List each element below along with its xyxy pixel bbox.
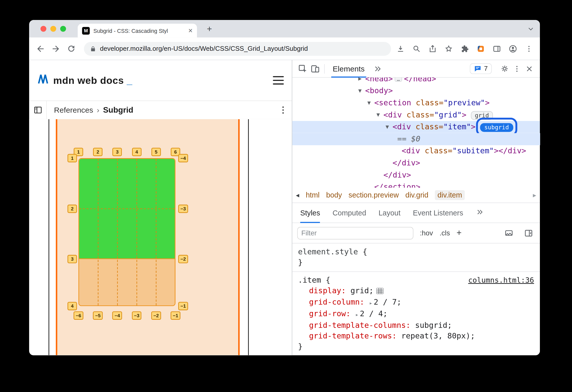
css-property-value[interactable]: subgrid; (415, 321, 452, 330)
css-property-value[interactable]: 2 / 7; (374, 298, 401, 307)
more-tabs-chevron-icon[interactable] (371, 62, 384, 75)
subgrid-badge[interactable]: subgrid (480, 123, 513, 132)
css-property-name[interactable]: grid-template-rows: (309, 332, 397, 340)
dom-crumb-div.item[interactable]: div.item (435, 190, 465, 200)
device-toolbar-icon[interactable] (309, 62, 321, 75)
browser-tab[interactable]: M Subgrid - CSS: Cascading Styl × (78, 24, 197, 38)
css-declaration[interactable]: grid-template-columns: subgrid; (298, 320, 534, 331)
css-selector[interactable]: element.style (298, 248, 358, 256)
computed-sidebar-toggle-icon[interactable] (522, 227, 535, 239)
dom-tree-node[interactable]: ▶<head>…</head> (292, 78, 540, 85)
share-icon[interactable] (427, 43, 438, 54)
css-property-value[interactable]: repeat(3, 80px); (401, 332, 475, 340)
expand-value-arrow-icon[interactable]: ▸ (370, 301, 372, 306)
collapse-arrow-icon[interactable]: ▼ (367, 97, 371, 109)
console-errors-badge[interactable]: 7 (470, 63, 492, 74)
devtools-settings-gear-icon[interactable] (498, 62, 511, 75)
reload-button[interactable] (65, 42, 77, 55)
grid-editor-icon[interactable] (377, 286, 383, 297)
dom-tree-node[interactable]: </div> (292, 169, 540, 181)
dom-tree-node[interactable]: </div> (292, 157, 540, 169)
window-minimize-button[interactable] (50, 26, 56, 32)
grid-badge[interactable]: grid (471, 111, 493, 120)
devtools-panel: Elements 7 ▶<head>…</head>▼<bod (292, 60, 540, 355)
tab-search-chevron-icon[interactable] (527, 25, 535, 34)
css-declaration[interactable]: grid-column: ▸2 / 7; (298, 297, 534, 309)
breadcrumb-separator: › (97, 106, 99, 114)
syntax-token: "item" (443, 122, 471, 131)
dom-tree-node[interactable]: ▼<div class="item">subgrid (292, 121, 540, 133)
toggle-element-state-button[interactable]: :hov (420, 229, 433, 237)
collapse-arrow-icon[interactable]: ▼ (358, 85, 362, 97)
dom-tree-node[interactable]: <div class="subitem"></div> (292, 145, 540, 157)
url-text: developer.mozilla.org/en-US/docs/Web/CSS… (100, 45, 308, 52)
crumbs-scroll-right-icon[interactable]: ▶ (533, 192, 536, 198)
zoom-icon[interactable] (411, 43, 422, 54)
window-close-button[interactable] (40, 26, 46, 32)
mdn-logo[interactable]: mdn web docs _ (37, 74, 132, 86)
breadcrumb-references-link[interactable]: References (54, 106, 93, 114)
css-declaration[interactable]: grid-template-rows: repeat(3, 80px); (298, 331, 534, 341)
bookmark-star-icon[interactable] (443, 43, 454, 54)
css-property-value[interactable]: grid; (350, 286, 373, 295)
rendering-emulation-icon[interactable] (503, 227, 515, 239)
style-source-link[interactable]: columns.html:36 (468, 275, 534, 286)
back-button[interactable] (34, 42, 47, 55)
tab-event-listeners[interactable]: Event Listeners (413, 203, 463, 223)
inspect-element-icon[interactable] (297, 62, 309, 75)
expand-value-arrow-icon[interactable]: ▸ (356, 312, 358, 317)
dom-tree-node[interactable]: ▼<body> (292, 85, 540, 97)
profile-avatar[interactable] (507, 43, 519, 54)
tab-elements[interactable]: Elements (327, 60, 370, 78)
extensions-puzzle-icon[interactable] (459, 43, 471, 54)
browser-menu-kebab-icon[interactable] (523, 43, 535, 54)
css-selector[interactable]: .item (298, 276, 321, 285)
devtools-toolbar: Elements 7 (292, 60, 540, 78)
sidebar-toggle-icon[interactable] (29, 101, 47, 119)
dom-crumb-html[interactable]: html (306, 191, 320, 199)
dom-tree-node[interactable]: ▼<div class="grid">grid (292, 109, 540, 121)
element-classes-button[interactable]: .cls (439, 229, 450, 237)
tab-layout[interactable]: Layout (379, 203, 401, 223)
collapsed-children-ellipsis[interactable]: … (395, 78, 402, 82)
devtools-menu-kebab-icon[interactable] (511, 62, 523, 75)
side-panel-icon[interactable] (491, 43, 503, 54)
tab-close-icon[interactable]: × (188, 27, 193, 34)
crumbs-scroll-left-icon[interactable]: ◀ (296, 192, 299, 198)
css-property-name[interactable]: grid-template-columns: (309, 321, 410, 330)
css-property-name[interactable]: grid-row: (309, 309, 350, 318)
dom-crumb-body[interactable]: body (326, 191, 342, 199)
dom-tree-node[interactable]: </section> (292, 181, 540, 188)
tab-computed[interactable]: Computed (333, 203, 366, 223)
new-style-rule-button[interactable]: + (456, 228, 461, 238)
grid-line-number-badge: 4 (132, 148, 142, 156)
syntax-token: > (462, 110, 466, 119)
install-download-icon[interactable] (395, 43, 406, 54)
open-brace: { (321, 276, 330, 285)
devtools-close-icon[interactable] (523, 62, 536, 75)
dom-crumb-section.preview[interactable]: section.preview (348, 191, 399, 199)
css-property-name[interactable]: display: (309, 286, 346, 295)
collapse-arrow-icon[interactable]: ▼ (377, 109, 380, 121)
window-zoom-button[interactable] (60, 26, 66, 32)
dom-tree-node[interactable]: ▼<section class="preview"> (292, 97, 540, 109)
article-actions-kebab-icon[interactable] (282, 106, 284, 114)
css-declaration[interactable]: display: grid; (298, 286, 534, 297)
dom-tree-node[interactable]: == $0 (292, 133, 540, 145)
css-property-name[interactable]: grid-column: (309, 298, 364, 307)
address-bar[interactable]: developer.mozilla.org/en-US/docs/Web/CSS… (84, 42, 391, 56)
css-declaration[interactable]: grid-row: ▸2 / 4; (298, 309, 534, 320)
forward-button[interactable] (50, 42, 62, 55)
extension-icon-colored[interactable] (475, 43, 487, 54)
styles-filter-input[interactable] (297, 227, 413, 239)
dom-crumb-div.grid[interactable]: div.grid (405, 191, 428, 199)
tab-styles[interactable]: Styles (300, 203, 320, 223)
new-tab-button[interactable]: + (204, 23, 215, 34)
expand-arrow-icon[interactable]: ▶ (358, 78, 362, 85)
grid-line-number-badge: −3 (178, 204, 188, 213)
css-property-value[interactable]: 2 / 4; (360, 309, 387, 318)
tab-strip: M Subgrid - CSS: Cascading Styl × + (29, 20, 540, 37)
collapse-arrow-icon[interactable]: ▼ (386, 121, 389, 133)
more-sidebar-tabs-chevron-icon[interactable] (476, 208, 484, 218)
hamburger-menu-icon[interactable] (273, 76, 284, 85)
